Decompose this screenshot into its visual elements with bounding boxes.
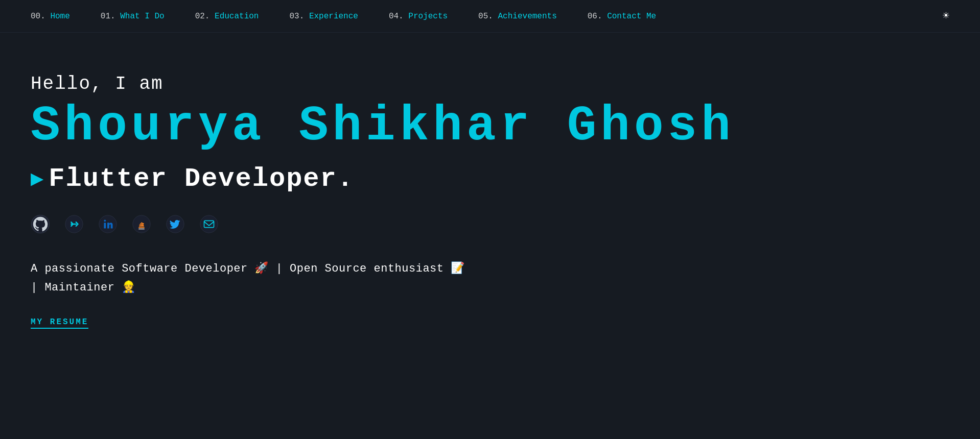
nav-num-achievements: 05. [478, 12, 498, 21]
description-line1: A passionate Software Developer 🚀 | Open… [31, 262, 465, 275]
nav-label-what-i-do: What I Do [120, 12, 164, 21]
nav-item-experience[interactable]: 03. Experience [289, 12, 358, 21]
github-icon [31, 214, 50, 234]
email-icon [199, 214, 219, 234]
nav-label-education: Education [215, 12, 259, 21]
nav-num-education: 02. [195, 12, 215, 21]
greeting-text: Hello, I am [31, 74, 949, 94]
svg-rect-7 [138, 228, 144, 229]
hero-role: ▶Flutter Developer. [31, 164, 949, 194]
nav-label-achievements: Achievements [498, 12, 557, 21]
svg-rect-3 [104, 223, 106, 228]
hero-name: Shourya Shikhar Ghosh [31, 100, 949, 154]
nav-item-projects[interactable]: 04. Projects [389, 12, 448, 21]
linkedin-icon [98, 214, 118, 234]
main-content: Hello, I am Shourya Shikhar Ghosh ▶Flutt… [0, 33, 980, 357]
nav-item-what-i-do[interactable]: 01. What I Do [101, 12, 165, 21]
behance-icon [64, 214, 84, 234]
resume-button[interactable]: MY RESUME [31, 318, 88, 329]
nav-label-home: Home [50, 12, 69, 21]
nav-num-contact: 06. [588, 12, 607, 21]
behance-link[interactable] [64, 214, 84, 234]
nav-num-projects: 04. [389, 12, 408, 21]
nav-item-contact[interactable]: 06. Contact Me [588, 12, 656, 21]
navbar: 00. Home 01. What I Do 02. Education 03.… [0, 0, 980, 33]
nav-item-achievements[interactable]: 05. Achievements [478, 12, 557, 21]
role-arrow-icon: ▶ [31, 165, 44, 192]
svg-rect-4 [104, 220, 106, 222]
description-line2: | Maintainer 👷 [31, 281, 136, 294]
stackoverflow-icon [132, 214, 151, 234]
nav-label-contact: Contact Me [607, 12, 656, 21]
nav-label-projects: Projects [408, 12, 448, 21]
nav-num-what-i-do: 01. [101, 12, 120, 21]
linkedin-link[interactable] [98, 214, 118, 234]
nav-label-experience: Experience [309, 12, 358, 21]
nav-num-home: 00. [31, 12, 50, 21]
nav-items: 00. Home 01. What I Do 02. Education 03.… [31, 12, 656, 21]
email-link[interactable] [199, 214, 219, 234]
role-label: Flutter Developer. [49, 164, 354, 194]
description-container: A passionate Software Developer 🚀 | Open… [31, 259, 491, 298]
twitter-link[interactable] [166, 214, 185, 234]
github-link[interactable] [31, 214, 50, 234]
svg-rect-6 [138, 227, 144, 228]
theme-toggle-button[interactable]: ☀ [943, 9, 949, 23]
nav-item-education[interactable]: 02. Education [195, 12, 259, 21]
svg-line-9 [139, 225, 144, 225]
stackoverflow-link[interactable] [132, 214, 151, 234]
social-icons-container [31, 214, 949, 234]
nav-item-home[interactable]: 00. Home [31, 12, 70, 21]
nav-num-experience: 03. [289, 12, 309, 21]
svg-point-13 [200, 215, 218, 232]
twitter-icon [166, 214, 185, 234]
